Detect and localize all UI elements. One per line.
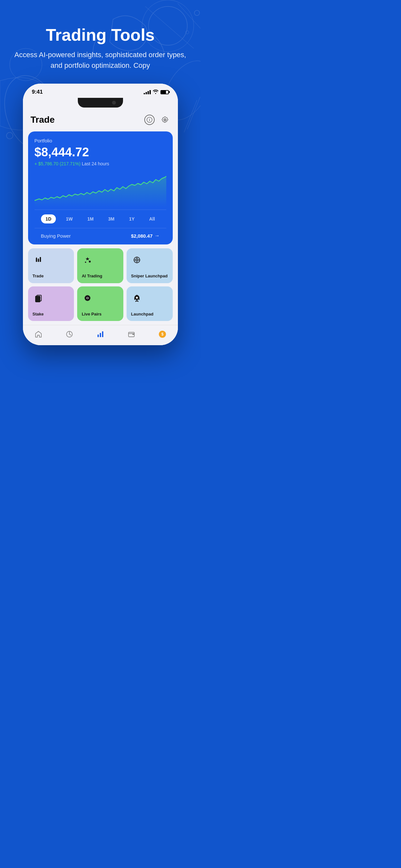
launchpad-icon <box>131 292 143 304</box>
hero-section: Trading Tools Access AI-powered insights… <box>0 0 201 84</box>
svg-rect-37 <box>100 333 101 337</box>
tab-3m[interactable]: 3M <box>104 214 119 223</box>
app-title: Trade <box>31 115 55 125</box>
svg-text:i: i <box>149 118 150 122</box>
portfolio-change-amount: + $5,786.70 (217.71%) <box>35 161 81 166</box>
app-header: Trade i <box>23 111 178 129</box>
nav-trade[interactable] <box>96 330 105 339</box>
tab-1d[interactable]: 1D <box>41 214 56 223</box>
notch-area <box>23 98 178 111</box>
svg-rect-15 <box>36 258 37 262</box>
trade-nav-icon <box>96 330 105 339</box>
status-bar: 9:41 <box>23 84 178 98</box>
status-time: 9:41 <box>32 89 43 95</box>
portfolio-value: $8,444.72 <box>35 145 166 159</box>
buying-power-arrow: → <box>155 233 160 239</box>
stake-label: Stake <box>33 312 44 317</box>
phone-container: 9:41 <box>0 84 201 345</box>
nav-wallet[interactable] <box>127 330 136 339</box>
bottom-navigation: $ <box>23 325 178 345</box>
tab-1w[interactable]: 1W <box>61 214 77 223</box>
info-button[interactable]: i <box>144 115 155 125</box>
ai-trading-label: AI Trading <box>82 274 102 279</box>
sniper-label: Sniper Launchpad <box>131 274 167 279</box>
svg-point-33 <box>87 298 88 299</box>
coin-icon: $ <box>158 330 167 339</box>
nav-coin[interactable]: $ <box>158 330 167 339</box>
trade-icon <box>33 254 44 266</box>
svg-point-21 <box>85 261 86 263</box>
tab-1y[interactable]: 1Y <box>125 214 139 223</box>
settings-button[interactable] <box>160 115 170 125</box>
svg-point-24 <box>136 259 137 260</box>
phone-mockup: 9:41 <box>23 84 178 345</box>
camera-dot <box>112 101 116 104</box>
svg-rect-16 <box>38 259 39 262</box>
header-icons: i <box>144 115 170 125</box>
sniper-icon <box>131 254 143 266</box>
launchpad-label: Launchpad <box>131 312 153 317</box>
svg-point-34 <box>136 297 138 299</box>
feature-tile-launchpad[interactable]: Launchpad <box>127 286 173 321</box>
home-icon <box>34 330 43 339</box>
svg-rect-36 <box>97 335 99 337</box>
battery-icon <box>160 90 169 94</box>
live-pairs-label: Live Pairs <box>82 312 101 317</box>
hero-title: Trading Tools <box>13 26 188 44</box>
svg-rect-38 <box>102 331 103 337</box>
hero-subtitle: Access AI-powered insights, sophisticate… <box>13 50 188 71</box>
svg-rect-17 <box>40 257 41 262</box>
feature-grid: Trade AI Trading <box>23 244 178 321</box>
feature-tile-live-pairs[interactable]: Live Pairs <box>77 286 123 321</box>
status-icons <box>144 89 169 95</box>
svg-text:$: $ <box>161 332 163 337</box>
tab-all[interactable]: All <box>145 214 159 223</box>
ai-trading-icon <box>82 254 93 266</box>
feature-tile-sniper[interactable]: Sniper Launchpad <box>127 248 173 283</box>
feature-tile-trade[interactable]: Trade <box>28 248 74 283</box>
buying-power-label: Buying Power <box>41 233 71 239</box>
portfolio-change: + $5,786.70 (217.71%) Last 24 hours <box>35 161 166 166</box>
portfolio-label: Portfolio <box>35 138 166 144</box>
chart-icon <box>65 330 74 339</box>
nav-chart[interactable] <box>65 330 74 339</box>
svg-point-20 <box>89 260 91 262</box>
buying-power-value: $2,080.47 → <box>131 233 160 239</box>
time-period-tabs: 1D 1W 1M 3M 1Y All <box>35 210 166 228</box>
buying-power-row[interactable]: Buying Power $2,080.47 → <box>35 228 166 244</box>
tab-1m[interactable]: 1M <box>83 214 98 223</box>
wallet-icon <box>127 330 136 339</box>
phone-screen: 9:41 <box>23 84 178 345</box>
svg-marker-14 <box>35 176 166 207</box>
stake-icon <box>33 292 44 304</box>
svg-rect-30 <box>35 296 40 302</box>
trade-label: Trade <box>33 274 44 279</box>
wifi-icon <box>153 89 158 95</box>
nav-home[interactable] <box>34 330 43 339</box>
live-pairs-icon <box>82 292 93 304</box>
portfolio-card: Portfolio $8,444.72 + $5,786.70 (217.71%… <box>28 131 173 244</box>
signal-icon <box>144 90 151 94</box>
feature-tile-ai-trading[interactable]: AI Trading <box>77 248 123 283</box>
notch <box>78 98 123 107</box>
portfolio-change-period: Last 24 hours <box>82 161 109 166</box>
portfolio-chart <box>35 172 166 207</box>
feature-tile-stake[interactable]: Stake <box>28 286 74 321</box>
